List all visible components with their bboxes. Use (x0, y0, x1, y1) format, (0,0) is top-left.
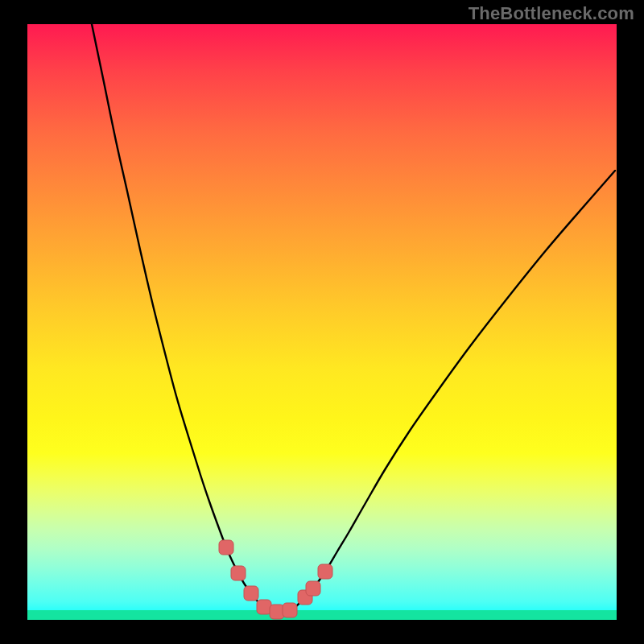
highlight-markers (219, 540, 332, 619)
highlight-marker (219, 540, 233, 555)
highlight-marker (231, 566, 246, 580)
highlight-marker (244, 586, 258, 601)
bottleneck-curve-path (92, 24, 615, 612)
highlight-marker (318, 564, 332, 579)
bottleneck-curve-svg (27, 24, 617, 620)
watermark-text: TheBottleneck.com (469, 3, 634, 24)
highlight-marker (283, 603, 297, 617)
highlight-marker (306, 581, 320, 596)
highlight-marker (270, 605, 284, 619)
highlight-marker (257, 600, 271, 614)
